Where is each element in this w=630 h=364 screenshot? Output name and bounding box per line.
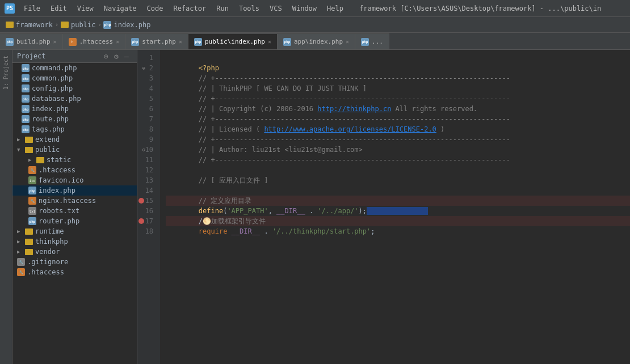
txt-icon: 🔧 (17, 258, 25, 266)
php-icon: php (22, 105, 30, 113)
project-tree[interactable]: Project ⊙ ⚙ – php command.php php common… (12, 50, 137, 364)
line-number-7: 7 (137, 114, 156, 124)
menu-window[interactable]: Window (288, 3, 321, 14)
editor[interactable]: 1 ⊖ 2 3 4 5 6 7 8 9 ⊖ 10 11 12 13 14 15 (137, 50, 630, 364)
line-number-18: 18 (137, 226, 156, 236)
php-file-icon: php (194, 38, 202, 46)
line-number-16: 16 (137, 206, 156, 216)
menu-vcs[interactable]: VCS (265, 3, 287, 14)
menu-bar: File Edit View Navigate Code Refactor Ru… (19, 3, 348, 14)
tree-sync-icon[interactable]: ⊙ (104, 52, 112, 60)
php-file-icon: php (6, 38, 14, 46)
php-icon: php (22, 84, 30, 92)
breadcrumb-label-index: index.php (114, 21, 150, 29)
tab-close-start[interactable]: ✕ (179, 39, 182, 45)
line-number-10: ⊖ 10 (137, 145, 156, 155)
tree-item-htaccess-root[interactable]: 🔧 .htaccess (12, 267, 137, 277)
tab-app-index-php[interactable]: php app\index.php ✕ (278, 33, 355, 49)
code-line-14: // 定义应用目录 (166, 185, 630, 196)
tree-settings-icon[interactable]: ⚙ (114, 52, 122, 60)
fold-arrow[interactable]: ⊖ (142, 145, 145, 155)
tree-item-extend[interactable]: ▶ extend (12, 134, 137, 145)
tree-item-public[interactable]: ▼ public (12, 145, 137, 155)
tree-item-gitignore[interactable]: 🔧 .gitignore (12, 257, 137, 267)
line-number-14: 14 (137, 185, 156, 196)
tree-item-vendor[interactable]: ▶ vendor (12, 247, 137, 257)
breadcrumb-sep-1: › (55, 22, 58, 28)
tree-item-route-php[interactable]: php route.php (12, 114, 137, 124)
breadcrumb-framework[interactable]: framework (6, 21, 53, 29)
tree-item-robots[interactable]: txt robots.txt (12, 206, 137, 216)
breadcrumb-public[interactable]: public (61, 21, 95, 29)
code-line-1: <?php (166, 53, 630, 63)
php-icon: php (28, 187, 36, 194)
menu-navigate[interactable]: Navigate (99, 3, 141, 14)
tab-label: .htaccess (79, 38, 114, 45)
php-icon: php (22, 74, 30, 82)
chevron-right-icon: ▶ (17, 249, 23, 255)
menu-edit[interactable]: Edit (46, 3, 72, 14)
tab-build-php[interactable]: php build.php ✕ (0, 33, 63, 49)
tab-close-app-index[interactable]: ✕ (346, 39, 349, 45)
menu-view[interactable]: View (73, 3, 98, 14)
breakpoint-15[interactable] (138, 198, 144, 204)
tree-item-command-php[interactable]: php command.php (12, 63, 137, 73)
tab-close-public-index[interactable]: ✕ (268, 39, 271, 45)
breakpoint-17[interactable] (138, 218, 144, 224)
breadcrumb-indexphp[interactable]: php index.php (103, 21, 150, 29)
menu-refactor[interactable]: Refactor (169, 3, 211, 14)
tab-close-htaccess[interactable]: ✕ (116, 39, 119, 45)
menu-help[interactable]: Help (322, 3, 348, 14)
tree-item-runtime[interactable]: ▶ runtime (12, 226, 137, 236)
tree-item-label: database.php (32, 95, 81, 103)
fold-arrow[interactable]: ⊖ (142, 63, 145, 73)
tree-item-config-php[interactable]: php config.php (12, 83, 137, 94)
tree-item-common-php[interactable]: php common.php (12, 73, 137, 83)
tree-item-thinkphp[interactable]: ▶ thinkphp (12, 236, 137, 247)
tree-item-nginx-htaccess[interactable]: 🔧 nginx.htaccess (12, 196, 137, 206)
menu-code[interactable]: Code (142, 3, 168, 14)
title-bar: PS File Edit View Navigate Code Refactor… (0, 0, 630, 17)
tab-start-php[interactable]: php start.php ✕ (125, 33, 188, 49)
folder-icon (25, 147, 33, 153)
tree-item-index-php-public[interactable]: php index.php (12, 185, 137, 196)
chevron-right-icon: ▶ (17, 137, 23, 142)
line-number-11: 11 (137, 155, 156, 165)
menu-tools[interactable]: Tools (234, 3, 264, 14)
menu-run[interactable]: Run (212, 3, 233, 14)
tree-item-router-php[interactable]: php router.php (12, 216, 137, 226)
chevron-right-icon: ▶ (28, 157, 34, 163)
tree-item-tags-php[interactable]: php tags.php (12, 124, 137, 134)
menu-file[interactable]: File (19, 3, 45, 14)
tree-item-label: index.php (32, 105, 69, 113)
tab-overflow[interactable]: php ... (355, 33, 389, 49)
php-icon: php (22, 125, 30, 133)
side-panel: 1: Project (0, 50, 12, 364)
tree-item-index-php-1[interactable]: php index.php (12, 104, 137, 114)
chevron-right-icon: ▶ (17, 228, 23, 234)
php-icon: php (22, 64, 30, 72)
tree-item-static[interactable]: ▶ static (12, 155, 137, 165)
tab-bar: php build.php ✕ h .htaccess ✕ php start.… (0, 33, 630, 50)
side-panel-label: 1: Project (3, 56, 9, 90)
htaccess-icon: 🔧 (17, 268, 25, 276)
tree-minimize-icon[interactable]: – (124, 52, 132, 60)
tree-item-label: router.php (39, 217, 79, 225)
breadcrumb-label-public: public (71, 21, 95, 29)
php-file-icon: php (361, 38, 369, 46)
php-icon: php (22, 115, 30, 123)
tree-item-label: public (35, 146, 60, 154)
tab-close-build[interactable]: ✕ (53, 39, 57, 45)
line-number-1: 1 (137, 53, 156, 63)
tree-item-favicon[interactable]: ico favicon.ico (12, 175, 137, 185)
code-area[interactable]: <?php // +------------------------------… (160, 50, 630, 364)
tree-item-htaccess-public[interactable]: 🔧 .htaccess (12, 165, 137, 175)
tab-htaccess[interactable]: h .htaccess ✕ (63, 33, 126, 49)
chevron-right-icon: ▶ (17, 239, 23, 244)
line-number-9: 9 (137, 134, 156, 145)
htaccess-icon: 🔧 (28, 166, 36, 174)
tree-item-database-php[interactable]: php database.php (12, 94, 137, 104)
tab-public-index-php[interactable]: php public\index.php ✕ (188, 33, 278, 49)
tree-item-label: index.php (39, 187, 75, 194)
tree-item-label: robots.txt (39, 207, 79, 215)
